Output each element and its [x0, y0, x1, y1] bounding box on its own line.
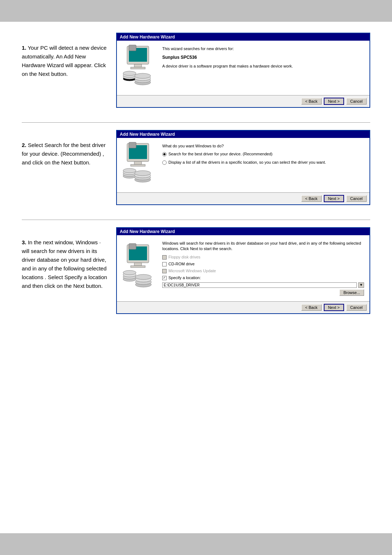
step-3-checkbox-specify[interactable]: Specify a location: — [162, 276, 364, 280]
step-3-wizard-footer: < Back Next > Cancel — [117, 301, 369, 313]
step-1-wizard: Add New Hardware Wizard — [116, 33, 370, 108]
step-2-description: Select Search for the best driver for yo… — [22, 142, 106, 166]
path-input[interactable] — [162, 282, 357, 288]
svg-point-21 — [123, 168, 136, 173]
path-dropdown-arrow[interactable]: ▼ — [358, 282, 364, 288]
step-3-wizard-image — [121, 239, 157, 298]
step-3-checkbox-specify-label: Specify a location: — [168, 276, 201, 280]
browse-button[interactable]: Browse... — [339, 289, 364, 296]
top-bar — [0, 0, 392, 22]
step-3-wizard: Add New Hardware Wizard — [116, 227, 370, 314]
step-1-cancel-button[interactable]: Cancel — [346, 98, 367, 105]
step-3-wizard-title: Add New Hardware Wizard — [117, 228, 369, 235]
radio-selected-icon — [162, 152, 167, 156]
step-2-option-1[interactable]: Search for the best driver for your devi… — [162, 152, 364, 156]
step-3-description-text: Windows will search for new drivers in i… — [162, 241, 364, 252]
step-1-back-button[interactable]: < Back — [301, 98, 322, 105]
svg-rect-28 — [134, 263, 142, 266]
step-3-checkbox-floppy[interactable]: Floppy disk drives — [162, 255, 364, 260]
step-3-checkbox-windowsupdate[interactable]: Microsoft Windows Update — [162, 269, 364, 273]
step-3-description: In the next window, Windows · will searc… — [22, 239, 107, 289]
bottom-bar — [0, 533, 392, 555]
step-2-text: 2. Select Search for the best driver for… — [22, 130, 116, 167]
content-area: 1. Your PC will detect a new device auto… — [0, 22, 392, 358]
step-1-next-button[interactable]: Next > — [324, 98, 344, 105]
step-3-next-button[interactable]: Next > — [324, 304, 344, 311]
step-1-wizard-image — [121, 44, 157, 91]
step-3-path-row: ▼ — [162, 282, 364, 288]
step-2-wizard-title: Add New Hardware Wizard — [117, 131, 369, 138]
svg-rect-2 — [134, 64, 142, 67]
step-1-row: 1. Your PC will detect a new device auto… — [22, 33, 370, 115]
step-3-row: 3. In the next window, Windows · will se… — [22, 220, 370, 321]
step-2-row: 2. Select Search for the best driver for… — [22, 122, 370, 212]
step-1-wizard-footer: < Back Next > Cancel — [117, 95, 369, 107]
checkbox-specify-icon — [162, 276, 167, 280]
svg-rect-29 — [131, 266, 145, 268]
step-2-wizard-content: What do you want Windows to do? Search f… — [160, 142, 366, 189]
svg-point-12 — [135, 73, 151, 78]
radio-unselected-icon — [162, 160, 167, 165]
checkbox-floppy-icon — [162, 255, 167, 260]
step-1-wizard-title: Add New Hardware Wizard — [117, 33, 369, 41]
step-2-option-2-label: Display a list of all the drivers in a s… — [168, 160, 326, 164]
step-3-checkbox-floppy-label: Floppy disk drives — [168, 255, 200, 259]
step-2-next-button[interactable]: Next > — [324, 195, 344, 202]
step-3-wizard-content: Windows will search for new drivers in i… — [160, 239, 366, 298]
checkbox-cdrom-icon — [162, 262, 167, 266]
svg-rect-3 — [131, 67, 145, 69]
step-1-description: A device driver is a software program th… — [162, 64, 364, 69]
svg-point-34 — [123, 270, 136, 275]
step-2-wizard-footer: < Back Next > Cancel — [117, 192, 369, 204]
step-1-body-text: This wizard searches for new drivers for… — [162, 46, 364, 52]
step-3-checkbox-cdrom[interactable]: CD-ROM drive — [162, 262, 364, 266]
checkbox-winupdate-icon — [162, 269, 167, 273]
svg-point-25 — [135, 171, 151, 176]
step-2-number: 2. — [22, 142, 26, 148]
step-2-wizard-body: What do you want Windows to do? Search f… — [117, 138, 369, 192]
step-2-prompt: What do you want Windows to do? — [162, 143, 364, 149]
step-3-checkbox-cdrom-label: CD-ROM drive — [168, 262, 195, 266]
step-3-checkbox-winupdate-label: Microsoft Windows Update — [168, 269, 216, 273]
step-2-wizard-image — [121, 142, 157, 189]
step-1-device-name: Sunplus SPC536 — [162, 54, 364, 61]
step-2-wizard: Add New Hardware Wizard — [116, 130, 370, 205]
step-3-wizard-body: Windows will search for new drivers in i… — [117, 235, 369, 301]
step-2-cancel-button[interactable]: Cancel — [346, 195, 367, 202]
svg-rect-15 — [134, 162, 142, 164]
step-2-back-button[interactable]: < Back — [301, 195, 322, 202]
step-3-back-button[interactable]: < Back — [301, 304, 322, 311]
step-1-number: 1. — [22, 45, 26, 51]
step-2-option-2[interactable]: Display a list of all the drivers in a s… — [162, 160, 364, 165]
step-1-description: Your PC will detect a new device automat… — [22, 45, 106, 77]
step-3-number: 3. — [22, 239, 26, 245]
svg-rect-30 — [129, 244, 136, 249]
step-3-cancel-button[interactable]: Cancel — [346, 304, 367, 311]
step-2-option-1-label: Search for the best driver for your devi… — [168, 152, 273, 156]
step-1-text: 1. Your PC will detect a new device auto… — [22, 33, 116, 78]
svg-rect-4 — [129, 45, 136, 51]
svg-rect-17 — [129, 142, 136, 148]
step-1-wizard-content: This wizard searches for new drivers for… — [160, 44, 366, 91]
svg-point-38 — [135, 274, 151, 279]
svg-point-8 — [123, 71, 136, 76]
step-1-wizard-body: This wizard searches for new drivers for… — [117, 41, 369, 95]
step-3-text: 3. In the next window, Windows · will se… — [22, 227, 116, 290]
svg-rect-16 — [131, 164, 145, 166]
